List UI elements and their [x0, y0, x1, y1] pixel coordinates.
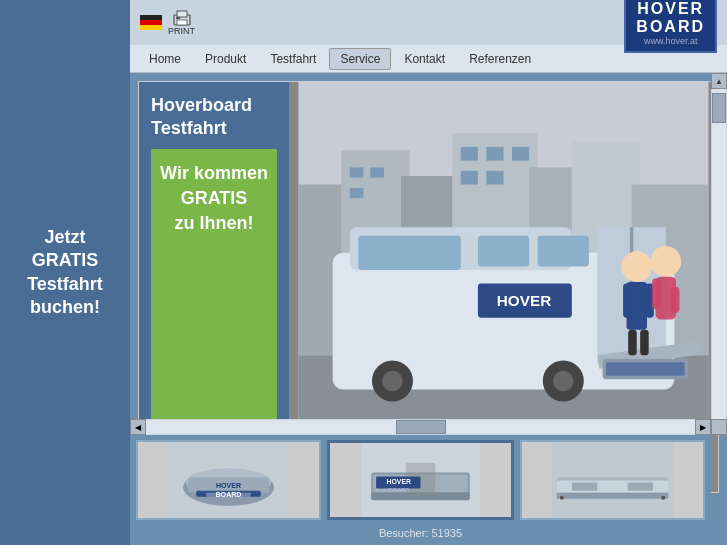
svg-rect-70	[560, 496, 564, 500]
svg-rect-26	[358, 236, 461, 270]
svg-rect-46	[652, 278, 661, 309]
thumbnail-strip: HOVER BOARD HOVER BOARD	[130, 435, 711, 525]
left-sidebar: Jetzt GRATIS Testfahrt buchen!	[0, 0, 130, 545]
hero-title: HoverboardTestfahrt	[151, 94, 277, 141]
hero-title-text: HoverboardTestfahrt	[151, 95, 252, 138]
svg-rect-4	[177, 11, 187, 17]
thumb-product-2-img: HOVER BOARD	[330, 443, 511, 517]
nav-home[interactable]: Home	[138, 48, 192, 70]
logo-line2: BOARD	[636, 18, 705, 36]
hero-green-line2: GRATIS	[181, 188, 248, 208]
svg-rect-2	[140, 25, 162, 30]
scroll-thumb[interactable]	[712, 93, 726, 123]
print-button[interactable]: PRINT	[168, 10, 195, 36]
svg-point-37	[553, 371, 574, 392]
scroll-up-btn[interactable]: ▲	[711, 73, 727, 89]
site-logo[interactable]: HOVER BOARD www.hover.at	[624, 0, 717, 53]
svg-rect-69	[557, 493, 668, 499]
svg-rect-40	[623, 284, 632, 318]
print-label: PRINT	[168, 26, 195, 36]
svg-rect-20	[512, 147, 529, 161]
cta-line4: buchen!	[30, 297, 100, 317]
svg-rect-71	[661, 496, 665, 500]
svg-rect-33	[606, 362, 685, 376]
svg-point-38	[621, 251, 652, 282]
svg-text:HOVER: HOVER	[387, 478, 412, 485]
svg-rect-22	[486, 171, 503, 185]
scroll-corner	[711, 419, 727, 435]
top-bar-left: PRINT	[140, 10, 195, 36]
horizontal-scrollbar[interactable]: ◀ ▶	[130, 419, 711, 435]
logo-line1: HOVER	[636, 0, 705, 18]
svg-rect-42	[628, 330, 637, 356]
svg-rect-47	[671, 287, 680, 313]
svg-rect-0	[140, 15, 162, 20]
svg-rect-5	[177, 20, 187, 25]
thumb-product-1-img: HOVER BOARD	[138, 442, 319, 518]
svg-text:BOARD: BOARD	[388, 487, 410, 493]
scroll-track[interactable]	[712, 89, 726, 419]
logo-url: www.hover.at	[636, 36, 705, 46]
flag-de-icon[interactable]	[140, 15, 162, 30]
svg-rect-17	[350, 188, 364, 198]
cta-line3: Testfahrt	[27, 274, 103, 294]
svg-point-35	[382, 371, 403, 392]
svg-rect-6	[176, 17, 180, 19]
svg-text:HOVER: HOVER	[497, 292, 552, 309]
sidebar-cta[interactable]: Jetzt GRATIS Testfahrt buchen!	[17, 216, 113, 330]
svg-rect-73	[628, 483, 653, 491]
nav-referenzen[interactable]: Referenzen	[458, 48, 542, 70]
nav-kontakt[interactable]: Kontakt	[393, 48, 456, 70]
svg-rect-15	[350, 167, 364, 177]
nav-service[interactable]: Service	[329, 48, 391, 70]
svg-rect-72	[572, 483, 597, 491]
svg-rect-28	[538, 236, 589, 267]
thumb-product-3-img	[522, 442, 703, 518]
visitor-count: Besucher: 51935	[379, 527, 462, 539]
top-bar: PRINT HOVER BOARD www.hover.at	[130, 0, 727, 45]
svg-text:BOARD: BOARD	[216, 491, 242, 499]
svg-point-44	[650, 246, 681, 277]
visitor-bar: Besucher: 51935	[130, 525, 711, 541]
nav-testfahrt[interactable]: Testfahrt	[259, 48, 327, 70]
hero-green-line1: Wir kommen	[160, 163, 268, 183]
cta-line1: Jetzt	[44, 227, 85, 247]
thumb-item-1[interactable]: HOVER BOARD	[136, 440, 321, 520]
print-icon	[173, 10, 191, 26]
svg-rect-16	[370, 167, 384, 177]
svg-rect-27	[478, 236, 529, 267]
hscroll-right-btn[interactable]: ▶	[695, 419, 711, 435]
hscroll-left-btn[interactable]: ◀	[130, 419, 146, 435]
svg-rect-43	[640, 330, 649, 356]
svg-rect-21	[461, 171, 478, 185]
vertical-scrollbar[interactable]: ▲ ▼	[711, 73, 727, 435]
thumb-item-2[interactable]: HOVER BOARD	[327, 440, 514, 520]
svg-text:HOVER: HOVER	[216, 482, 241, 490]
thumb-item-3[interactable]	[520, 440, 705, 520]
svg-rect-19	[486, 147, 503, 161]
cta-line2: GRATIS	[32, 250, 99, 270]
hscroll-thumb[interactable]	[396, 420, 446, 434]
hscroll-track[interactable]	[146, 420, 695, 434]
svg-rect-18	[461, 147, 478, 161]
hero-green-line3: zu Ihnen!	[175, 213, 254, 233]
nav-produkt[interactable]: Produkt	[194, 48, 257, 70]
svg-rect-1	[140, 20, 162, 25]
